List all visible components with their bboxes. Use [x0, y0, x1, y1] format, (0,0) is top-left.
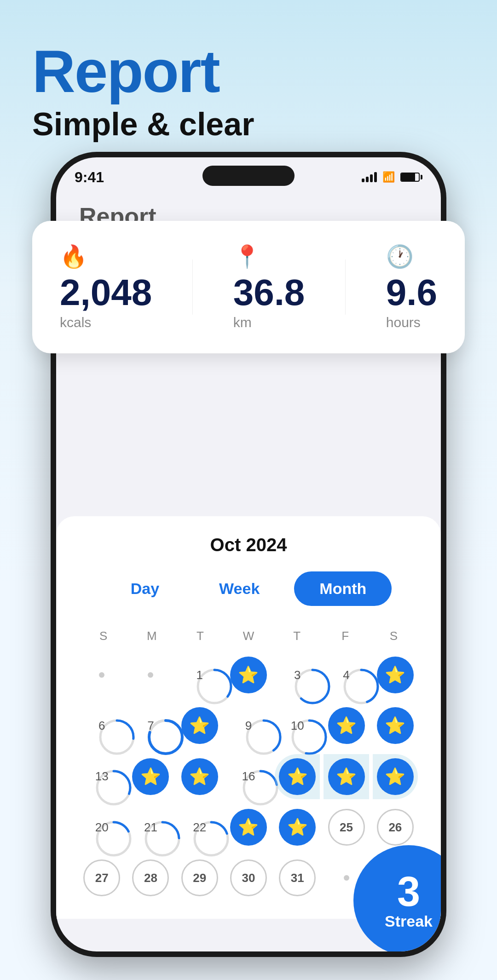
- stat-hours-value: 9.6: [386, 274, 437, 311]
- stat-calories-value: 2,048: [60, 274, 152, 311]
- cal-day-6[interactable]: 6: [79, 703, 124, 748]
- cal-day-5[interactable]: ⭐: [373, 652, 418, 698]
- cal-header-sun: S: [79, 629, 127, 643]
- streak-number: 3: [397, 871, 420, 912]
- cal-day-16[interactable]: 16: [226, 754, 271, 799]
- tab-day[interactable]: Day: [105, 571, 185, 606]
- stat-distance-unit: km: [233, 315, 252, 330]
- cal-day-25[interactable]: 25: [324, 805, 369, 850]
- status-time: 9:41: [75, 169, 104, 186]
- calendar-section: Oct 2024 Day Week Month S M T W T F S: [56, 516, 441, 919]
- cal-day-30[interactable]: 30: [226, 855, 271, 900]
- cal-day-18[interactable]: ⭐: [324, 754, 369, 799]
- cal-day-9[interactable]: 9: [226, 703, 271, 748]
- cal-day-empty-1[interactable]: [79, 652, 124, 698]
- cal-day-17[interactable]: ⭐: [275, 754, 320, 799]
- cal-day-21[interactable]: 21: [128, 805, 173, 850]
- cal-header-thu: T: [273, 629, 321, 643]
- cal-day-31[interactable]: 31: [275, 855, 320, 900]
- stat-calories: 🔥 2,048 kcals: [60, 244, 152, 330]
- cal-header-mon: M: [127, 629, 176, 643]
- cal-day-22[interactable]: 22: [177, 805, 222, 850]
- stat-calories-unit: kcals: [60, 315, 91, 330]
- wifi-icon: 📶: [382, 171, 395, 183]
- calendar-month: Oct 2024: [79, 535, 418, 555]
- cal-day-26[interactable]: 26: [373, 805, 418, 850]
- cal-day-29[interactable]: 29: [177, 855, 222, 900]
- cal-day-3[interactable]: 3: [275, 652, 320, 698]
- cal-day-8[interactable]: ⭐: [177, 703, 222, 748]
- cal-header-fri: F: [321, 629, 370, 643]
- calendar-grid: S M T W T F S: [79, 629, 418, 900]
- signal-icon: [362, 172, 377, 182]
- cal-day-27[interactable]: 27: [79, 855, 124, 900]
- cal-day-2[interactable]: ⭐: [226, 652, 271, 698]
- cal-day-1[interactable]: 1: [177, 652, 222, 698]
- hero-title: Report: [32, 37, 220, 106]
- cal-day-15[interactable]: ⭐: [177, 754, 222, 799]
- stat-hours: 🕐 9.6 hours: [386, 244, 437, 330]
- stat-hours-unit: hours: [386, 315, 421, 330]
- calendar-header: S M T W T F S: [79, 629, 418, 643]
- cal-day-empty-2[interactable]: [128, 652, 173, 698]
- battery-icon: [400, 173, 422, 182]
- cal-day-7[interactable]: 7: [128, 703, 173, 748]
- hero-subtitle: Simple & clear: [32, 106, 254, 143]
- cal-header-wed: W: [224, 629, 272, 643]
- cal-day-20[interactable]: 20: [79, 805, 124, 850]
- clock-icon: 🕐: [386, 244, 414, 270]
- status-icons: 📶: [362, 171, 422, 183]
- cal-day-14[interactable]: ⭐: [128, 754, 173, 799]
- cal-day-10[interactable]: 10: [275, 703, 320, 748]
- cal-day-12[interactable]: ⭐: [373, 703, 418, 748]
- cal-day-28[interactable]: 28: [128, 855, 173, 900]
- cal-day-11[interactable]: ⭐: [324, 703, 369, 748]
- streak-label: Streak: [385, 912, 433, 930]
- cal-day-19[interactable]: ⭐: [373, 754, 418, 799]
- pin-icon: 📍: [233, 244, 261, 270]
- cal-day-23[interactable]: ⭐: [226, 805, 271, 850]
- stats-card: 🔥 2,048 kcals 📍 36.8 km 🕐 9.6 hours: [32, 221, 465, 353]
- cal-day-13[interactable]: 13: [79, 754, 124, 799]
- dynamic-island: [202, 166, 295, 186]
- stat-distance: 📍 36.8 km: [233, 244, 305, 330]
- flame-icon: 🔥: [60, 244, 87, 270]
- tab-week[interactable]: Week: [194, 571, 285, 606]
- cal-header-tue: T: [176, 629, 224, 643]
- cal-header-sat: S: [370, 629, 418, 643]
- cal-day-24[interactable]: ⭐: [275, 805, 320, 850]
- tab-month[interactable]: Month: [294, 571, 392, 606]
- stat-divider-2: [345, 259, 346, 315]
- stat-distance-value: 36.8: [233, 274, 305, 311]
- cal-day-4[interactable]: 4: [324, 652, 369, 698]
- stat-divider-1: [192, 259, 193, 315]
- tab-selector: Day Week Month: [79, 571, 418, 606]
